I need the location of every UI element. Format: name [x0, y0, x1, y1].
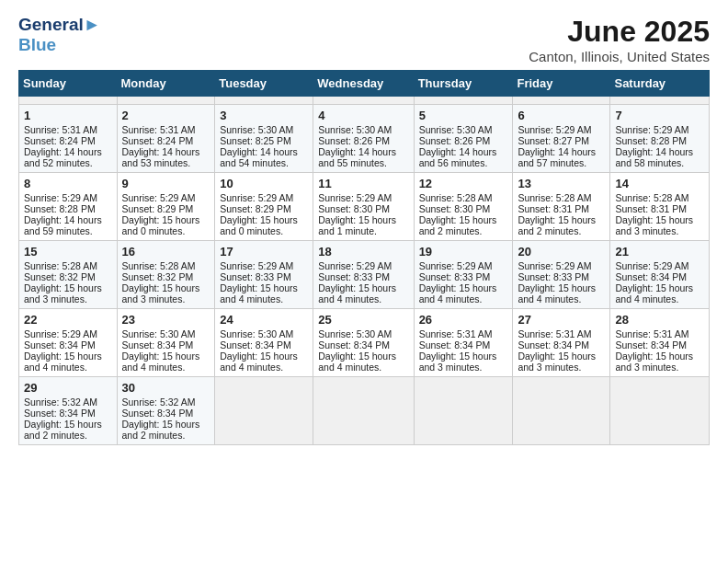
calendar-week-0: [19, 97, 710, 105]
calendar-cell: 21Sunrise: 5:29 AMSunset: 8:34 PMDayligh…: [610, 241, 710, 309]
daylight-text: Daylight: 14 hours and 56 minutes.: [419, 146, 508, 168]
calendar-table: Sunday Monday Tuesday Wednesday Thursday…: [18, 70, 710, 445]
sunrise-text: Sunrise: 5:28 AM: [518, 192, 605, 203]
daylight-text: Daylight: 15 hours and 0 minutes.: [122, 214, 210, 236]
sunset-text: Sunset: 8:34 PM: [122, 339, 210, 350]
sunset-text: Sunset: 8:33 PM: [220, 271, 308, 282]
calendar-cell: 20Sunrise: 5:29 AMSunset: 8:33 PMDayligh…: [513, 241, 610, 309]
sunrise-text: Sunrise: 5:29 AM: [122, 192, 210, 203]
sunset-text: Sunset: 8:34 PM: [318, 339, 408, 350]
day-number: 25: [318, 313, 408, 327]
daylight-text: Daylight: 14 hours and 57 minutes.: [518, 146, 605, 168]
logo-text: General►: [18, 15, 101, 35]
header-saturday: Saturday: [610, 71, 710, 97]
sunrise-text: Sunrise: 5:30 AM: [220, 124, 308, 135]
calendar-cell: 6Sunrise: 5:29 AMSunset: 8:27 PMDaylight…: [513, 105, 610, 173]
sunrise-text: Sunrise: 5:32 AM: [122, 396, 210, 408]
calendar-cell: 9Sunrise: 5:29 AMSunset: 8:29 PMDaylight…: [117, 173, 215, 241]
day-number: 9: [122, 177, 210, 190]
calendar-cell: 3Sunrise: 5:30 AMSunset: 8:25 PMDaylight…: [215, 105, 313, 173]
sunset-text: Sunset: 8:34 PM: [24, 408, 112, 419]
daylight-text: Daylight: 15 hours and 2 minutes.: [419, 214, 508, 236]
sunset-text: Sunset: 8:34 PM: [122, 408, 210, 419]
header-tuesday: Tuesday: [215, 71, 313, 97]
daylight-text: Daylight: 14 hours and 53 minutes.: [122, 146, 210, 168]
calendar-cell: [215, 377, 313, 445]
sunset-text: Sunset: 8:29 PM: [122, 203, 210, 214]
daylight-text: Daylight: 15 hours and 4 minutes.: [318, 282, 408, 304]
calendar-cell: 14Sunrise: 5:28 AMSunset: 8:31 PMDayligh…: [610, 173, 710, 241]
calendar-cell: [19, 97, 118, 105]
sunrise-text: Sunrise: 5:31 AM: [615, 328, 704, 339]
calendar-cell: [313, 97, 414, 105]
calendar-cell: 28Sunrise: 5:31 AMSunset: 8:34 PMDayligh…: [610, 309, 710, 377]
calendar-cell: 1Sunrise: 5:31 AMSunset: 8:24 PMDaylight…: [19, 105, 118, 173]
weekday-header-row: Sunday Monday Tuesday Wednesday Thursday…: [19, 71, 710, 97]
sunset-text: Sunset: 8:26 PM: [318, 135, 408, 146]
sunrise-text: Sunrise: 5:29 AM: [318, 260, 408, 271]
daylight-text: Daylight: 15 hours and 2 minutes.: [24, 419, 112, 441]
daylight-text: Daylight: 15 hours and 3 minutes.: [419, 350, 508, 373]
daylight-text: Daylight: 15 hours and 4 minutes.: [220, 282, 308, 304]
day-number: 23: [122, 313, 210, 327]
daylight-text: Daylight: 15 hours and 3 minutes.: [24, 282, 112, 304]
daylight-text: Daylight: 15 hours and 3 minutes.: [615, 350, 704, 373]
day-number: 27: [518, 313, 605, 327]
sunrise-text: Sunrise: 5:29 AM: [518, 124, 605, 135]
sunrise-text: Sunrise: 5:31 AM: [122, 124, 210, 135]
header-thursday: Thursday: [414, 71, 513, 97]
logo: General► Blue: [18, 15, 101, 55]
day-number: 5: [419, 109, 508, 122]
calendar-cell: 23Sunrise: 5:30 AMSunset: 8:34 PMDayligh…: [117, 309, 215, 377]
daylight-text: Daylight: 14 hours and 58 minutes.: [615, 146, 704, 168]
day-number: 4: [318, 109, 408, 122]
daylight-text: Daylight: 15 hours and 3 minutes.: [615, 214, 704, 236]
day-number: 13: [518, 177, 605, 190]
calendar-cell: 18Sunrise: 5:29 AMSunset: 8:33 PMDayligh…: [313, 241, 414, 309]
page: General► Blue June 2025 Canton, Illinois…: [0, 0, 728, 563]
day-number: 26: [419, 313, 508, 327]
sunrise-text: Sunrise: 5:29 AM: [24, 192, 112, 203]
sunrise-text: Sunrise: 5:31 AM: [419, 328, 508, 339]
day-number: 8: [24, 177, 112, 190]
day-number: 12: [419, 177, 508, 190]
calendar-cell: 29Sunrise: 5:32 AMSunset: 8:34 PMDayligh…: [19, 377, 118, 445]
sunrise-text: Sunrise: 5:28 AM: [122, 260, 210, 271]
daylight-text: Daylight: 15 hours and 1 minute.: [318, 214, 408, 236]
daylight-text: Daylight: 15 hours and 3 minutes.: [518, 350, 605, 373]
calendar-cell: 13Sunrise: 5:28 AMSunset: 8:31 PMDayligh…: [513, 173, 610, 241]
sunset-text: Sunset: 8:28 PM: [24, 203, 112, 214]
calendar-cell: 24Sunrise: 5:30 AMSunset: 8:34 PMDayligh…: [215, 309, 313, 377]
title-area: June 2025 Canton, Illinois, United State…: [529, 15, 710, 64]
sunset-text: Sunset: 8:24 PM: [122, 135, 210, 146]
calendar-cell: [215, 97, 313, 105]
sunrise-text: Sunrise: 5:32 AM: [24, 396, 112, 408]
daylight-text: Daylight: 15 hours and 4 minutes.: [419, 282, 508, 304]
sunrise-text: Sunrise: 5:30 AM: [220, 328, 308, 339]
daylight-text: Daylight: 15 hours and 3 minutes.: [122, 282, 210, 304]
calendar-week-5: 29Sunrise: 5:32 AMSunset: 8:34 PMDayligh…: [19, 377, 710, 445]
header: General► Blue June 2025 Canton, Illinois…: [18, 15, 710, 64]
sunrise-text: Sunrise: 5:31 AM: [24, 124, 112, 135]
day-number: 22: [24, 313, 112, 327]
sunrise-text: Sunrise: 5:29 AM: [518, 260, 605, 271]
sunrise-text: Sunrise: 5:28 AM: [419, 192, 508, 203]
sunrise-text: Sunrise: 5:30 AM: [318, 124, 408, 135]
logo-blue: Blue: [18, 35, 56, 54]
sunset-text: Sunset: 8:33 PM: [318, 271, 408, 282]
sunset-text: Sunset: 8:34 PM: [615, 339, 704, 350]
daylight-text: Daylight: 15 hours and 4 minutes.: [615, 282, 704, 304]
sunset-text: Sunset: 8:31 PM: [615, 203, 704, 214]
subtitle: Canton, Illinois, United States: [529, 49, 710, 64]
sunrise-text: Sunrise: 5:29 AM: [24, 328, 112, 339]
day-number: 7: [615, 109, 704, 122]
sunrise-text: Sunrise: 5:29 AM: [318, 192, 408, 203]
sunrise-text: Sunrise: 5:28 AM: [24, 260, 112, 271]
sunset-text: Sunset: 8:33 PM: [518, 271, 605, 282]
sunrise-text: Sunrise: 5:29 AM: [615, 124, 704, 135]
calendar-cell: 22Sunrise: 5:29 AMSunset: 8:34 PMDayligh…: [19, 309, 118, 377]
daylight-text: Daylight: 15 hours and 4 minutes.: [220, 350, 308, 373]
calendar-cell: 4Sunrise: 5:30 AMSunset: 8:26 PMDaylight…: [313, 105, 414, 173]
day-number: 18: [318, 245, 408, 259]
daylight-text: Daylight: 14 hours and 52 minutes.: [24, 146, 112, 168]
